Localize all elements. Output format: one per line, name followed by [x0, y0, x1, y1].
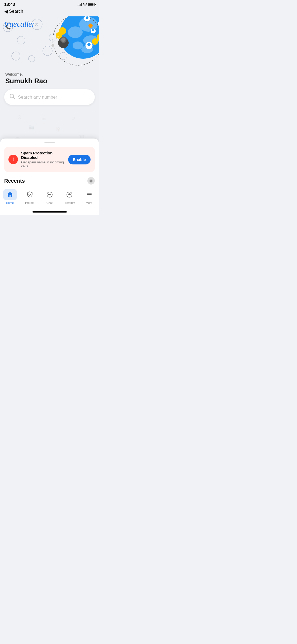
search-icon [10, 94, 15, 101]
svg-point-71 [50, 194, 51, 195]
globe-illustration: ... ... [49, 16, 99, 69]
status-icons [78, 3, 95, 7]
battery-icon [88, 3, 95, 6]
welcome-greeting: Welcome, [5, 72, 94, 76]
svg-text:...: ... [60, 29, 63, 33]
chat-icon [46, 191, 53, 198]
tab-protect-icon-wrap [23, 189, 37, 200]
tab-home-label: Home [6, 201, 14, 204]
tab-home[interactable]: Home [2, 189, 18, 204]
bottom-sheet: ! Spam Protection Disabled Get spam name… [0, 139, 99, 187]
protect-icon [26, 191, 33, 198]
svg-text:...: ... [57, 34, 59, 37]
tab-more-icon-wrap [82, 189, 96, 200]
search-bar[interactable]: Search any number [4, 89, 95, 105]
spam-warning-icon: ! [8, 155, 18, 164]
tab-bar: Home Protect Chat [0, 187, 99, 210]
svg-point-70 [49, 194, 50, 195]
tab-chat-icon-wrap [43, 189, 56, 200]
tab-protect[interactable]: Protect [22, 189, 38, 204]
tab-more[interactable]: More [81, 189, 97, 204]
back-button[interactable]: ◀ Search [4, 8, 23, 14]
status-bar: 18:43 [0, 0, 99, 8]
svg-text:📷: 📷 [29, 124, 35, 130]
back-row: ◀ Search [0, 8, 99, 16]
svg-text:...: ... [89, 25, 91, 27]
wifi-icon [83, 3, 87, 7]
svg-line-43 [13, 98, 15, 99]
recents-title: Recents [4, 178, 25, 184]
svg-text:🔍: 🔍 [98, 36, 99, 40]
svg-point-15 [73, 42, 83, 49]
welcome-section: Welcome, Sumukh Rao [0, 69, 99, 89]
svg-point-6 [12, 52, 20, 60]
svg-point-40 [51, 44, 54, 47]
spam-text-block: Spam Protection Disabled Get spam name i… [21, 151, 65, 168]
svg-text:🏠: 🏠 [56, 127, 61, 132]
svg-point-23 [61, 38, 65, 42]
sheet-handle [44, 142, 55, 143]
signal-icon [78, 3, 82, 6]
svg-text:⊘: ⊘ [35, 22, 39, 27]
back-arrow-icon: ◀ [4, 8, 8, 14]
home-icon [7, 191, 13, 198]
svg-point-7 [29, 56, 35, 62]
tab-more-label: More [86, 201, 92, 204]
spam-title: Spam Protection Disabled [21, 151, 65, 160]
tab-premium[interactable]: Premium [62, 189, 77, 204]
truecaller-logo: truecaller [4, 19, 35, 29]
user-name: Sumukh Rao [5, 77, 94, 85]
svg-text:✉: ✉ [42, 116, 46, 122]
spam-banner: ! Spam Protection Disabled Get spam name… [4, 147, 95, 172]
tab-premium-label: Premium [63, 201, 75, 204]
more-icon [86, 191, 93, 198]
tab-chat[interactable]: Chat [42, 189, 58, 204]
back-label: Search [9, 9, 23, 14]
svg-point-33 [93, 39, 97, 44]
tab-home-icon-wrap [3, 189, 17, 200]
main-content: ⊘ 📷 ✉ 🏠 ⊘ ☎ 📱 🔔 ⊘ ✉ ☎ 🔒 ⊘ 📷 🏠 ☎ 📱 ⊘ 🔔 ✉ … [0, 109, 99, 187]
home-bar [32, 211, 67, 213]
svg-point-27 [86, 16, 88, 19]
home-indicator [0, 210, 99, 215]
svg-point-2 [17, 36, 25, 44]
svg-point-69 [48, 194, 49, 195]
tab-premium-icon-wrap [63, 189, 76, 200]
recents-close-button[interactable] [87, 177, 95, 185]
svg-text:⊘: ⊘ [17, 114, 22, 120]
premium-icon [66, 191, 73, 198]
svg-point-13 [68, 26, 83, 38]
search-bar-container[interactable]: Search any number [0, 89, 99, 109]
svg-point-39 [87, 43, 91, 46]
tab-protect-label: Protect [25, 201, 34, 204]
logo-text: truecaller [4, 19, 35, 29]
recents-section: Recents [4, 176, 95, 187]
status-time: 18:43 [4, 2, 15, 7]
search-placeholder: Search any number [18, 95, 57, 100]
enable-button[interactable]: Enable [68, 155, 91, 164]
svg-text:⊘: ⊘ [71, 116, 75, 121]
spam-subtitle: Get spam name in incoming calls [21, 160, 65, 168]
tab-chat-label: Chat [46, 201, 53, 204]
svg-point-31 [92, 29, 94, 31]
header-area: 📞 ⊘ [0, 16, 99, 69]
